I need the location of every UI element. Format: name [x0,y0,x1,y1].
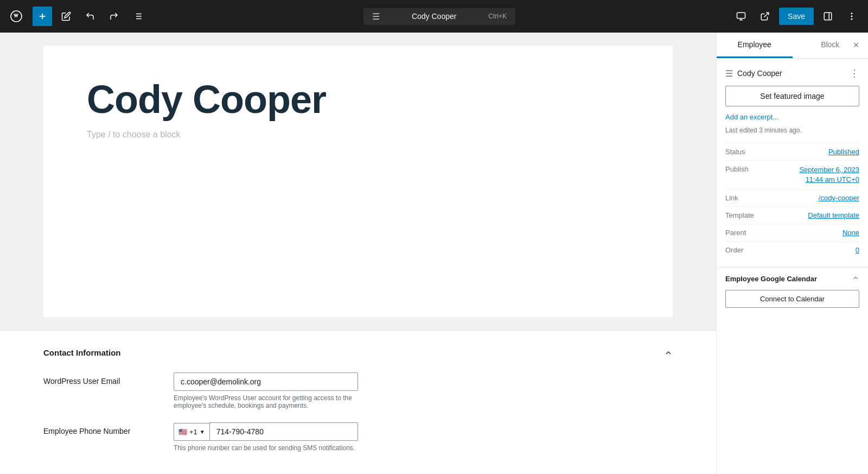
document-title-button[interactable]: ☰ Cody Cooper Ctrl+K [363,8,515,25]
panel-doc-icon: ☰ [725,68,733,79]
last-edited-text: Last edited 3 minutes ago. [725,127,859,134]
meta-order-value[interactable]: 0 [856,246,859,254]
connect-calendar-button[interactable]: Connect to Calendar [725,290,859,308]
meta-template-value[interactable]: Default template [808,211,859,219]
redo-button[interactable] [104,7,124,26]
wp-logo [7,7,26,26]
meta-parent-label: Parent [725,229,746,237]
contact-fields: WordPress User Email Employee's WordPres… [43,364,673,473]
list-view-button[interactable] [128,7,148,26]
add-block-button[interactable] [33,7,52,26]
panel-more-button[interactable]: ⋮ [850,67,859,79]
editor-area: Cody Cooper Type / to choose a block Con… [0,33,716,474]
sidebar-tabs: Employee Block × [717,33,868,59]
toolbar: ☰ Cody Cooper Ctrl+K Save [0,0,868,33]
flag-chevron: ▼ [200,429,205,435]
meta-row-parent: Parent None [725,224,859,241]
email-desc: Employee's WordPress User account for ge… [174,394,358,409]
svg-rect-8 [737,12,745,18]
phone-input-inner: 🇺🇸 +1 ▼ [174,422,358,441]
toolbar-right: Save [731,7,861,26]
meta-link-label: Link [725,194,738,202]
svg-line-11 [764,12,769,17]
calendar-chevron-icon [852,274,859,282]
tab-employee[interactable]: Employee [717,33,793,58]
meta-row-link: Link /cody-cooper [725,189,859,206]
more-options-button[interactable] [842,7,861,26]
meta-row-publish: Publish September 6, 202311:44 am UTC+0 [725,160,859,189]
contact-section: Contact Information WordPress User Email… [0,330,716,474]
block-placeholder: Type / to choose a block [87,130,629,140]
undo-button[interactable] [80,7,100,26]
svg-point-16 [851,19,852,20]
contact-section-title: Contact Information [43,348,121,357]
flag-emoji: 🇺🇸 [178,428,187,436]
phone-field-row: Employee Phone Number 🇺🇸 +1 ▼ This phone… [43,422,673,452]
meta-parent-value[interactable]: None [843,229,859,237]
email-field-row: WordPress User Email Employee's WordPres… [43,372,673,409]
calendar-section-header[interactable]: Employee Google Calendar [725,274,859,283]
email-input[interactable] [174,372,358,391]
add-excerpt-link[interactable]: Add an excerpt... [725,113,859,121]
post-panel-title: ☰ Cody Cooper [725,68,782,79]
svg-point-14 [851,13,852,14]
contact-collapse-icon [664,349,673,357]
meta-publish-value[interactable]: September 6, 202311:44 am UTC+0 [799,165,859,185]
phone-label: Employee Phone Number [43,422,152,435]
meta-publish-label: Publish [725,165,749,173]
sidebar-toggle-button[interactable] [818,7,838,26]
phone-flag-button[interactable]: 🇺🇸 +1 ▼ [174,423,209,441]
edit-mode-button[interactable] [56,7,76,26]
meta-status-label: Status [725,148,745,156]
editor-canvas: Cody Cooper Type / to choose a block [43,46,673,317]
document-icon: ☰ [372,11,380,22]
main-layout: Cody Cooper Type / to choose a block Con… [0,33,868,474]
email-input-wrap: Employee's WordPress User account for ge… [174,372,358,409]
toolbar-center: ☰ Cody Cooper Ctrl+K [152,8,727,25]
post-title[interactable]: Cody Cooper [87,78,629,121]
country-code: +1 [189,428,197,436]
meta-template-label: Template [725,211,754,219]
featured-image-button[interactable]: Set featured image [725,86,859,106]
meta-row-template: Template Default template [725,206,859,224]
email-label: WordPress User Email [43,372,152,385]
post-panel: ☰ Cody Cooper ⋮ Set featured image Add a… [717,59,868,267]
meta-row-order: Order 0 [725,241,859,258]
sidebar: Employee Block × ☰ Cody Cooper ⋮ Set fea… [716,33,868,474]
meta-link-value[interactable]: /cody-cooper [819,194,859,202]
contact-header[interactable]: Contact Information [43,342,673,364]
phone-number-input[interactable] [209,422,358,441]
svg-rect-12 [824,12,832,20]
google-calendar-section: Employee Google Calendar Connect to Cale… [717,267,868,314]
phone-desc: This phone number can be used for sendin… [174,444,358,452]
preview-button[interactable] [755,7,775,26]
meta-order-label: Order [725,246,743,254]
post-panel-header: ☰ Cody Cooper ⋮ [725,67,859,79]
sidebar-close-button[interactable]: × [848,38,864,53]
view-mode-button[interactable] [731,7,751,26]
doc-title-text: Cody Cooper [412,12,457,21]
phone-input-wrap: 🇺🇸 +1 ▼ This phone number can be used fo… [174,422,358,452]
doc-title-shortcut: Ctrl+K [488,12,507,20]
calendar-section-title: Employee Google Calendar [725,275,817,283]
meta-status-value[interactable]: Published [828,148,859,156]
save-button[interactable]: Save [779,8,814,25]
meta-row-status: Status Published [725,143,859,160]
svg-point-15 [851,16,852,17]
panel-title-text: Cody Cooper [737,69,782,78]
calendar-collapse-button[interactable] [852,274,859,283]
